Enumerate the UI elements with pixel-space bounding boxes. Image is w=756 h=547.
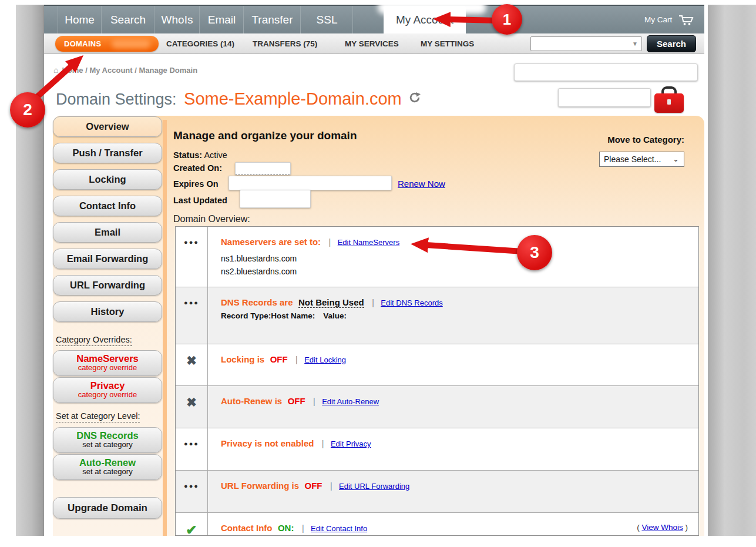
edit-contact-info-link[interactable]: Edit Contact Info (311, 524, 367, 533)
row-title: Contact Info (221, 523, 273, 533)
window-margin-right (708, 5, 756, 536)
search-button[interactable]: Search (647, 35, 696, 52)
sidebar-item-auto-renew-category[interactable]: Auto-Renew set at category (53, 454, 162, 480)
created-label: Created On: (173, 163, 222, 173)
sidebar-item-email[interactable]: Email (53, 222, 162, 243)
override-sublabel: category override (53, 391, 162, 399)
table-row-nameservers: ●●● Nameservers are set to: | Edit NameS… (176, 227, 698, 287)
move-to-category-value: Please Select... (604, 155, 661, 164)
domain-overview-label: Domain Overview: (173, 214, 250, 224)
check-icon: ✔ (176, 513, 208, 536)
page-title-label: Domain Settings: (56, 90, 177, 108)
edit-privacy-link[interactable]: Edit Privacy (331, 439, 371, 448)
separator: | (322, 439, 324, 448)
row-status: OFF (288, 396, 305, 406)
my-cart[interactable]: My Cart (644, 6, 694, 35)
row-status: ON: (278, 523, 294, 533)
redacted-date (235, 162, 291, 175)
combobox-caret-icon[interactable]: ▼ (632, 41, 638, 47)
redacted-blur (112, 39, 150, 48)
table-row-contact-info: ✔ Contact Info ON: | Edit Contact Info (… (176, 512, 698, 536)
status-label: Status: (173, 150, 202, 160)
separator: | (329, 237, 331, 247)
domain-search-combobox[interactable]: ▼ (530, 36, 642, 51)
site-content: Home Search WhoIs Email Transfer SSL My … (44, 5, 704, 536)
top-nav: Home Search WhoIs Email Transfer SSL My … (44, 5, 704, 33)
sidebar-item-privacy-override[interactable]: Privacy category override (53, 377, 162, 403)
updated-line: Last Updated (173, 196, 227, 205)
updated-label: Last Updated (173, 196, 227, 205)
tab-home[interactable]: Home (58, 6, 102, 35)
domain-overview-table: ●●● Nameservers are set to: | Edit NameS… (175, 226, 699, 536)
separator: | (313, 397, 315, 406)
redacted-box (558, 88, 651, 107)
refresh-icon[interactable] (409, 95, 421, 105)
row-title: Auto-Renew is (221, 396, 282, 406)
category-level-label: DNS Records (53, 430, 162, 441)
nameserver-value: ns2.bluestardns.com (221, 265, 690, 278)
created-line: Created On: (173, 163, 222, 173)
sidebar-item-overview[interactable]: Overview (53, 116, 162, 137)
tab-whois[interactable]: WhoIs (155, 6, 200, 35)
expires-line: Expires On (173, 179, 219, 189)
callout-badge-2: 2 (10, 92, 45, 127)
ellipsis-icon: ●●● (176, 287, 208, 344)
sidebar-item-locking[interactable]: Locking (53, 169, 162, 190)
overview-heading: Manage and organize your domain (173, 129, 357, 142)
category-overrides-heading: Category Overrides: (56, 335, 132, 344)
window-margin-left (16, 5, 44, 536)
tab-search[interactable]: Search (102, 6, 154, 35)
edit-url-forwarding-link[interactable]: Edit URL Forwarding (339, 482, 409, 491)
category-level-label: Auto-Renew (53, 457, 162, 468)
category-level-heading: Set at Category Level: (56, 411, 140, 421)
subnav-item-domains[interactable]: DOMAINS (55, 36, 159, 52)
subnav-domains-label: DOMAINS (64, 36, 102, 52)
toolbox-icon[interactable] (654, 86, 684, 113)
tab-email[interactable]: Email (200, 6, 244, 35)
table-row-dns-records: ●●● DNS Records are Not Being Used | Edi… (176, 287, 698, 344)
ellipsis-icon: ●●● (176, 227, 208, 287)
domain-search-input[interactable] (532, 38, 626, 50)
home-icon: ⌂ (53, 65, 58, 75)
tab-transfer[interactable]: Transfer (244, 6, 301, 35)
renew-now-link[interactable]: Renew Now (398, 179, 445, 189)
tab-my-account-label: My Account (396, 14, 453, 26)
subnav-item-my-services[interactable]: MY SERVICES (345, 33, 399, 54)
table-row-auto-renew: ✖ Auto-Renew is OFF | Edit Auto-Renew (176, 385, 698, 428)
tab-my-account[interactable]: My Account (384, 6, 466, 35)
view-whois-link[interactable]: View Whois (641, 523, 683, 532)
edit-locking-link[interactable]: Edit Locking (304, 355, 346, 364)
edit-dns-records-link[interactable]: Edit DNS Records (381, 298, 442, 307)
edit-nameservers-link[interactable]: Edit NameServers (338, 238, 399, 247)
table-row-locking: ✖ Locking is OFF | Edit Locking (176, 344, 698, 385)
status-value: Active (204, 150, 227, 160)
sidebar-item-contact-info[interactable]: Contact Info (53, 196, 162, 216)
category-level-sublabel: set at category (53, 441, 162, 449)
sidebar-item-nameservers-override[interactable]: NameServers category override (53, 350, 162, 376)
sidebar-item-push-transfer[interactable]: Push / Transfer (53, 143, 162, 163)
view-whois-note: ( View Whois ) (637, 523, 688, 532)
tab-ssl[interactable]: SSL (301, 6, 353, 35)
separator: | (295, 355, 298, 364)
row-status: OFF (305, 481, 322, 491)
sidebar-item-dns-records-category[interactable]: DNS Records set at category (53, 427, 162, 453)
expires-label: Expires On (173, 179, 219, 189)
separator: | (372, 298, 374, 307)
edit-auto-renew-link[interactable]: Edit Auto-Renew (322, 397, 379, 406)
select-chevron-icon: ⌄ (673, 152, 679, 166)
move-to-category-select[interactable]: Please Select... ⌄ (599, 152, 684, 167)
breadcrumb-path[interactable]: Home / My Account / Manage Domain (62, 66, 197, 75)
sidebar-item-url-forwarding[interactable]: URL Forwarding (53, 275, 162, 296)
row-status: OFF (270, 354, 288, 364)
subnav-item-categories[interactable]: CATEGORIES (14) (166, 33, 234, 54)
callout-badge-3: 3 (517, 235, 552, 270)
subnav-item-transfers[interactable]: TRANSFERS (75) (253, 33, 317, 54)
status-line: Status: Active (173, 150, 227, 160)
upgrade-domain-button[interactable]: Upgrade Domain (53, 497, 162, 519)
sidebar-item-email-forwarding[interactable]: Email Forwarding (53, 249, 162, 269)
ellipsis-icon: ●●● (176, 471, 208, 512)
subnav-item-my-settings[interactable]: MY SETTINGS (421, 33, 474, 54)
override-sublabel: category override (53, 364, 162, 372)
sidebar-item-history[interactable]: History (53, 301, 162, 322)
breadcrumb[interactable]: ⌂Home / My Account / Manage Domain (53, 65, 197, 75)
